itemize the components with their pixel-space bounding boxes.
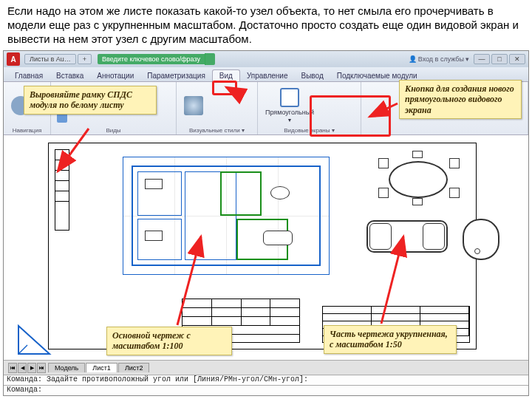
tab-manage[interactable]: Управление	[240, 70, 295, 81]
tab-scroll-next[interactable]: ▶	[27, 363, 36, 373]
rectangle-icon	[280, 88, 299, 107]
app-menu-button[interactable]: A	[7, 52, 20, 66]
doc-tab[interactable]: Листы в Au…	[24, 54, 76, 64]
login-link[interactable]: 👤 Вход в службы ▾	[409, 55, 469, 63]
chevron-down-icon: ▾	[466, 55, 469, 63]
command-history: Команда: Задайте противоположный угол ил…	[4, 375, 528, 385]
ucs-icon	[17, 323, 54, 355]
titlebar: A Листы в Au… + Введите ключевое слово/ф…	[4, 51, 528, 67]
highlight-rect-viewport	[310, 95, 391, 137]
tab-annotate[interactable]: Аннотации	[90, 70, 140, 81]
search-input[interactable]: Введите ключевое слово/фразу	[98, 54, 205, 64]
sphere-icon	[184, 96, 203, 115]
intro-text: Если надо на этом же листе показать како…	[0, 0, 532, 49]
search-go-button[interactable]	[205, 53, 215, 65]
doc-tab-plus[interactable]: +	[78, 54, 92, 64]
maximize-button[interactable]: □	[491, 54, 508, 64]
tab-output[interactable]: Вывод	[295, 70, 330, 81]
minimize-button[interactable]: —	[474, 54, 490, 64]
close-button[interactable]: ✕	[509, 54, 525, 64]
callout-viewport-button: Кнопка для создания нового прямоугольног…	[399, 80, 522, 119]
chevron-down-icon: ▼	[287, 117, 293, 123]
tab-scroll-prev[interactable]: ◀	[18, 363, 27, 373]
tab-parametric[interactable]: Параметризация	[140, 70, 212, 81]
callout-align-frame: Выровняйте рамку СПДС модуля по белому л…	[24, 86, 157, 115]
layout-tab-2[interactable]: Лист2	[118, 363, 150, 372]
tab-scroll-last[interactable]: ⏭	[37, 363, 46, 373]
tab-scroll-first[interactable]: ⏮	[8, 363, 17, 373]
visual-styles-button[interactable]	[181, 95, 206, 117]
layout-tabs: ⏮ ◀ ▶ ⏭ Модель Лист1 Лист2	[4, 360, 528, 375]
highlight-view-tab	[212, 81, 237, 95]
tab-view[interactable]: Вид	[212, 69, 240, 81]
model-tab[interactable]: Модель	[48, 363, 85, 372]
callout-detail-scale: Часть чертежа укрупненная, с масштабом 1…	[324, 325, 457, 354]
viewport-detail[interactable]	[352, 154, 507, 279]
viewport-main[interactable]	[123, 157, 330, 275]
tab-insert[interactable]: Вставка	[50, 70, 90, 81]
callout-main-scale: Основной чертеж с масштабом 1:100	[106, 327, 232, 355]
layout-tab-1[interactable]: Лист1	[86, 363, 117, 372]
command-input[interactable]: Команда:	[4, 385, 528, 395]
person-icon: 👤	[409, 55, 417, 63]
binding-stamp	[55, 149, 69, 231]
paper-sheet	[48, 143, 477, 349]
tab-home[interactable]: Главная	[8, 70, 50, 81]
